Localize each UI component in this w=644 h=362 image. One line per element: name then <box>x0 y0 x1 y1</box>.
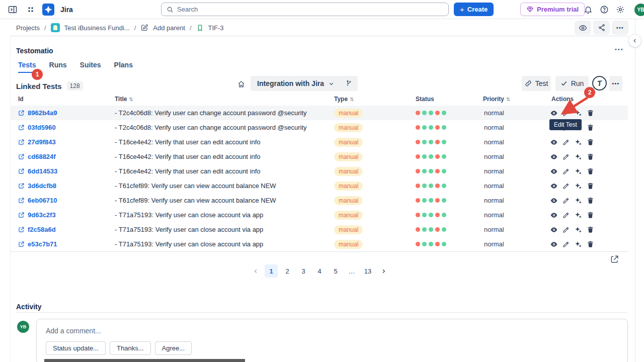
breadcrumb-projects[interactable]: Projects <box>16 24 40 32</box>
view-test-icon[interactable] <box>550 153 558 161</box>
view-test-icon[interactable] <box>550 240 558 248</box>
help-icon[interactable] <box>598 3 611 16</box>
edit-test-icon[interactable] <box>562 212 570 219</box>
status-dot-red <box>416 227 420 232</box>
ai-sparkle-icon[interactable] <box>574 138 582 146</box>
ai-sparkle-icon[interactable] <box>574 167 582 175</box>
column-header-id[interactable]: Id <box>18 96 24 103</box>
export-icon[interactable] <box>610 254 619 264</box>
test-id-link[interactable]: 03fd5960 <box>18 120 56 135</box>
breadcrumb-add-parent[interactable]: Add parent <box>153 24 185 32</box>
pagination-prev-button[interactable] <box>250 264 262 278</box>
test-id-link[interactable]: cd68824f <box>18 149 56 164</box>
tab-plans[interactable]: Plans <box>114 61 133 73</box>
ai-sparkle-icon[interactable] <box>574 226 582 234</box>
test-button[interactable]: Test <box>522 76 551 91</box>
breadcrumb-issue-key[interactable]: TIF-3 <box>208 24 224 32</box>
status-dot-green <box>422 140 427 144</box>
view-test-icon[interactable] <box>550 182 558 190</box>
notifications-bell-icon[interactable] <box>582 3 595 16</box>
view-test-icon[interactable] <box>550 109 558 117</box>
edit-test-icon[interactable] <box>562 226 570 233</box>
edit-test-icon[interactable] <box>562 139 570 146</box>
ai-sparkle-icon[interactable] <box>574 182 582 190</box>
pagination-next-button[interactable] <box>377 264 389 278</box>
row-priority: normal <box>484 120 504 135</box>
pagination-page-1[interactable]: 1 <box>265 264 278 278</box>
sidebar-toggle-icon[interactable] <box>6 3 19 16</box>
test-id-link[interactable]: 9d63c2f3 <box>18 208 56 222</box>
collapse-panel-button[interactable] <box>628 34 641 47</box>
delete-test-icon[interactable] <box>587 153 594 160</box>
ai-sparkle-icon[interactable] <box>574 153 582 161</box>
test-id-link[interactable]: 27d9f843 <box>18 135 56 149</box>
premium-trial-button[interactable]: Premium trial <box>520 3 585 16</box>
pagination-page-3[interactable]: 3 <box>297 264 310 278</box>
delete-test-icon[interactable] <box>587 167 594 175</box>
view-test-icon[interactable] <box>550 226 558 234</box>
watch-button[interactable] <box>575 21 591 35</box>
view-test-icon[interactable] <box>550 167 558 175</box>
home-icon[interactable] <box>237 80 246 88</box>
pagination-page-5[interactable]: 5 <box>329 264 342 278</box>
ai-sparkle-icon[interactable] <box>574 109 582 117</box>
run-button[interactable]: Run <box>555 76 589 91</box>
jira-logo-icon[interactable] <box>42 4 54 16</box>
pagination-page-4[interactable]: 4 <box>313 264 326 278</box>
column-header-priority[interactable]: Priority⇅ <box>483 96 510 103</box>
status-dots <box>416 135 446 149</box>
test-id-link[interactable]: e53c7b71 <box>18 237 57 251</box>
ai-sparkle-icon[interactable] <box>574 211 582 219</box>
test-id-link[interactable]: 6eb06710 <box>18 193 57 208</box>
search-input[interactable]: Search <box>161 3 449 16</box>
edit-test-icon[interactable] <box>562 153 570 160</box>
comment-input[interactable]: Add a comment... <box>46 327 618 335</box>
test-id-link[interactable]: f2c58a6d <box>18 222 56 237</box>
delete-test-icon[interactable] <box>587 109 594 117</box>
view-test-icon[interactable] <box>550 211 558 219</box>
type-badge: manual <box>334 196 363 205</box>
delete-test-icon[interactable] <box>587 226 594 233</box>
app-switcher-icon[interactable] <box>24 3 37 16</box>
edit-test-icon[interactable] <box>562 241 570 248</box>
status-dot-red <box>416 213 420 217</box>
more-actions-button[interactable]: ••• <box>612 21 628 35</box>
pagination-page-2[interactable]: 2 <box>281 264 294 278</box>
test-id-link[interactable]: 6dd14533 <box>18 164 57 178</box>
quick-reply-button[interactable]: Status update... <box>46 341 106 355</box>
test-id-link[interactable]: 8962b4a9 <box>18 106 57 120</box>
view-test-icon[interactable] <box>550 138 558 146</box>
tab-suites[interactable]: Suites <box>80 61 101 73</box>
ai-sparkle-icon[interactable] <box>574 197 582 205</box>
table-more-button[interactable]: ••• <box>609 76 622 91</box>
ai-sparkle-icon[interactable] <box>574 240 582 248</box>
column-header-title[interactable]: Title⇅ <box>115 96 133 103</box>
tab-runs[interactable]: Runs <box>49 61 67 73</box>
git-branch-icon[interactable] <box>346 80 353 87</box>
edit-test-icon[interactable] <box>562 110 570 117</box>
delete-test-icon[interactable] <box>587 138 594 146</box>
quick-reply-button[interactable]: Thanks... <box>110 341 150 355</box>
panel-more-button[interactable]: ••• <box>615 46 624 52</box>
view-test-icon[interactable] <box>550 197 558 205</box>
column-header-type[interactable]: Type⇅ <box>334 96 354 103</box>
edit-test-icon[interactable] <box>562 197 570 204</box>
delete-test-icon[interactable] <box>587 182 594 190</box>
linked-tests-table: Id Title⇅ Type⇅ Status Priority⇅ Actions… <box>10 95 628 252</box>
edit-test-icon[interactable] <box>562 168 570 175</box>
delete-test-icon[interactable] <box>587 197 594 204</box>
delete-test-icon[interactable] <box>587 124 594 131</box>
breadcrumb-project-name[interactable]: Test iBusiness Fundi... <box>64 24 130 32</box>
pagination-page-13[interactable]: 13 <box>361 264 374 278</box>
edit-test-icon[interactable] <box>562 183 570 190</box>
testomatio-logo-icon[interactable]: T <box>592 76 607 90</box>
share-button[interactable] <box>593 21 610 35</box>
delete-test-icon[interactable] <box>587 211 594 219</box>
settings-gear-icon[interactable] <box>614 3 627 16</box>
delete-test-icon[interactable] <box>587 240 594 248</box>
quick-reply-button[interactable]: Agree... <box>155 341 192 355</box>
test-id-link[interactable]: 3d6dcfb8 <box>18 178 56 193</box>
user-avatar[interactable]: YB <box>634 4 644 16</box>
create-button[interactable]: + Create <box>454 3 494 16</box>
branch-dropdown[interactable]: Integration with Jira <box>251 76 358 91</box>
